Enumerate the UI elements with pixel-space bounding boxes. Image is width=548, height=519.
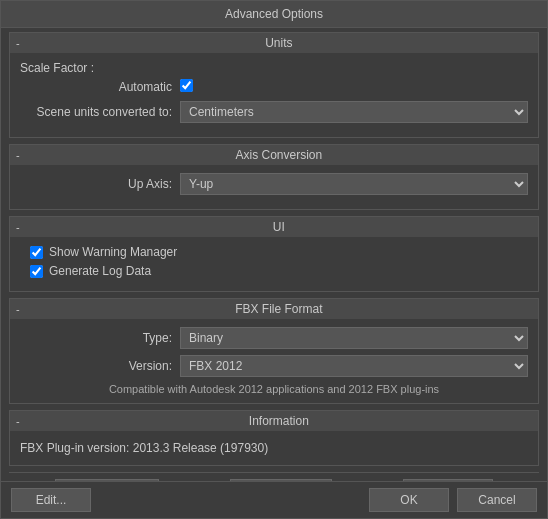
axis-title: Axis Conversion: [26, 148, 532, 162]
footer-right: OK Cancel: [369, 488, 537, 512]
scene-units-control: Centimeters Meters Millimeters Feet Inch…: [180, 101, 528, 123]
type-select[interactable]: Binary ASCII: [180, 327, 528, 349]
scene-units-label: Scene units converted to:: [20, 105, 180, 119]
generate-log-label: Generate Log Data: [49, 264, 151, 278]
scene-units-select[interactable]: Centimeters Meters Millimeters Feet Inch…: [180, 101, 528, 123]
up-axis-control: Y-up Z-up: [180, 173, 528, 195]
information-section: - Information FBX Plug-in version: 2013.…: [9, 410, 539, 466]
axis-section: - Axis Conversion Up Axis: Y-up Z-up: [9, 144, 539, 210]
fbx-format-section: - FBX File Format Type: Binary ASCII Ver…: [9, 298, 539, 404]
fbx-format-header: - FBX File Format: [10, 299, 538, 319]
up-axis-select[interactable]: Y-up Z-up: [180, 173, 528, 195]
version-select[interactable]: FBX 2012 FBX 2011 FBX 2010 FBX 2009: [180, 355, 528, 377]
type-row: Type: Binary ASCII: [20, 327, 528, 349]
type-control: Binary ASCII: [180, 327, 528, 349]
version-control: FBX 2012 FBX 2011 FBX 2010 FBX 2009: [180, 355, 528, 377]
fbx-format-collapse[interactable]: -: [16, 303, 20, 315]
units-section: - Units Scale Factor : Automatic Scene u…: [9, 32, 539, 138]
automatic-checkbox[interactable]: [180, 79, 193, 92]
show-warning-row: Show Warning Manager: [20, 245, 528, 259]
content-area: - Units Scale Factor : Automatic Scene u…: [1, 28, 547, 481]
show-warning-label: Show Warning Manager: [49, 245, 177, 259]
ui-header: - UI: [10, 217, 538, 237]
version-label: Version:: [20, 359, 180, 373]
compat-text: Compatible with Autodesk 2012 applicatio…: [20, 383, 528, 395]
advanced-options-dialog: Advanced Options - Units Scale Factor : …: [0, 0, 548, 519]
version-row: Version: FBX 2012 FBX 2011 FBX 2010 FBX …: [20, 355, 528, 377]
cancel-button[interactable]: Cancel: [457, 488, 537, 512]
generate-log-checkbox[interactable]: [30, 265, 43, 278]
scene-units-row: Scene units converted to: Centimeters Me…: [20, 101, 528, 123]
footer-left: Edit...: [11, 488, 91, 512]
show-warning-checkbox[interactable]: [30, 246, 43, 259]
axis-body: Up Axis: Y-up Z-up: [10, 165, 538, 209]
dialog-title: Advanced Options: [1, 1, 547, 28]
information-collapse[interactable]: -: [16, 415, 20, 427]
information-body: FBX Plug-in version: 2013.3 Release (197…: [10, 431, 538, 465]
dialog-footer: Edit... OK Cancel: [1, 481, 547, 518]
units-title: Units: [26, 36, 532, 50]
scale-factor-row: Scale Factor :: [20, 61, 528, 75]
units-collapse[interactable]: -: [16, 37, 20, 49]
ui-section: - UI Show Warning Manager Generate Log D…: [9, 216, 539, 292]
ui-body: Show Warning Manager Generate Log Data: [10, 237, 538, 291]
fbx-format-body: Type: Binary ASCII Version: FBX 2012 FBX…: [10, 319, 538, 403]
axis-header: - Axis Conversion: [10, 145, 538, 165]
information-header: - Information: [10, 411, 538, 431]
automatic-row: Automatic: [20, 79, 528, 95]
fbx-format-title: FBX File Format: [26, 302, 532, 316]
generate-log-row: Generate Log Data: [20, 264, 528, 278]
up-axis-row: Up Axis: Y-up Z-up: [20, 173, 528, 195]
up-axis-label: Up Axis:: [20, 177, 180, 191]
information-title: Information: [26, 414, 532, 428]
bottom-buttons: Web updates Help on FBX About: [9, 472, 539, 481]
plugin-version-text: FBX Plug-in version: 2013.3 Release (197…: [20, 439, 528, 457]
ok-button[interactable]: OK: [369, 488, 449, 512]
units-body: Scale Factor : Automatic Scene units con…: [10, 53, 538, 137]
scale-factor-label: Scale Factor :: [20, 61, 94, 75]
ui-title: UI: [26, 220, 532, 234]
units-header: - Units: [10, 33, 538, 53]
axis-collapse[interactable]: -: [16, 149, 20, 161]
automatic-label: Automatic: [20, 80, 180, 94]
ui-collapse[interactable]: -: [16, 221, 20, 233]
edit-button[interactable]: Edit...: [11, 488, 91, 512]
automatic-control: [180, 79, 528, 95]
type-label: Type:: [20, 331, 180, 345]
